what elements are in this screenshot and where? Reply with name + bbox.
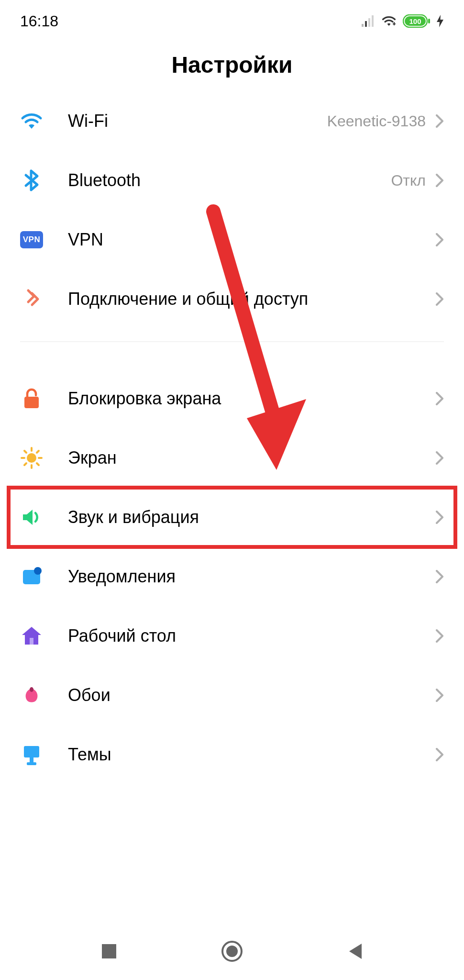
item-label: VPN bbox=[68, 230, 435, 250]
settings-item-vpn[interactable]: VPN VPN bbox=[0, 210, 464, 269]
chevron-right-icon bbox=[435, 629, 444, 643]
item-label: Блокировка экрана bbox=[68, 389, 435, 409]
settings-item-themes[interactable]: Темы bbox=[0, 725, 464, 784]
wifi-status-icon bbox=[381, 15, 397, 27]
svg-line-14 bbox=[24, 451, 26, 453]
item-label: Обои bbox=[68, 685, 435, 705]
triangle-back-icon bbox=[346, 942, 364, 961]
chevron-right-icon bbox=[435, 392, 444, 405]
status-time: 16:18 bbox=[20, 12, 58, 30]
svg-rect-24 bbox=[27, 762, 36, 765]
sun-icon bbox=[20, 446, 43, 469]
svg-point-9 bbox=[27, 453, 36, 463]
chevron-right-icon bbox=[435, 451, 444, 465]
lock-icon bbox=[20, 387, 43, 410]
settings-item-connection-share[interactable]: Подключение и общий доступ bbox=[0, 269, 464, 329]
status-bar: 16:18 100 bbox=[0, 0, 464, 38]
themes-icon bbox=[20, 743, 43, 766]
item-value: Keenetic-9138 bbox=[327, 112, 426, 130]
settings-item-bluetooth[interactable]: Bluetooth Откл bbox=[0, 151, 464, 210]
battery-icon: 100 bbox=[403, 14, 431, 28]
svg-rect-20 bbox=[30, 638, 33, 645]
chevron-right-icon bbox=[435, 114, 444, 128]
chevron-right-icon bbox=[435, 511, 444, 524]
square-icon bbox=[100, 943, 118, 960]
notifications-icon bbox=[20, 565, 43, 588]
home-icon bbox=[20, 624, 43, 647]
svg-rect-3 bbox=[372, 15, 374, 27]
wifi-icon bbox=[20, 110, 43, 133]
svg-rect-1 bbox=[365, 21, 367, 27]
chevron-right-icon bbox=[435, 748, 444, 761]
svg-rect-6 bbox=[428, 19, 430, 23]
circle-icon bbox=[221, 940, 243, 963]
signal-icon bbox=[362, 15, 375, 27]
settings-item-wallpaper[interactable]: Обои bbox=[0, 666, 464, 725]
svg-point-19 bbox=[34, 567, 42, 575]
item-label: Подключение и общий доступ bbox=[68, 289, 435, 309]
sound-icon bbox=[20, 506, 43, 529]
nav-recent-button[interactable] bbox=[90, 932, 128, 970]
svg-line-15 bbox=[37, 463, 39, 465]
svg-point-29 bbox=[226, 946, 238, 957]
chevron-right-icon bbox=[435, 233, 444, 246]
charging-icon bbox=[436, 14, 444, 28]
chevron-right-icon bbox=[435, 174, 444, 187]
bluetooth-icon bbox=[20, 169, 43, 192]
vpn-icon: VPN bbox=[20, 228, 43, 251]
page-title: Настройки bbox=[0, 52, 464, 78]
share-icon bbox=[20, 288, 43, 311]
svg-rect-8 bbox=[24, 397, 39, 408]
settings-item-lock-screen[interactable]: Блокировка экрана bbox=[0, 369, 464, 428]
settings-item-sound[interactable]: Звук и вибрация bbox=[0, 488, 464, 547]
svg-rect-2 bbox=[368, 18, 370, 27]
svg-rect-27 bbox=[102, 944, 116, 958]
chevron-right-icon bbox=[435, 689, 444, 702]
chevron-right-icon bbox=[435, 292, 444, 306]
svg-rect-0 bbox=[362, 24, 364, 27]
nav-home-button[interactable] bbox=[213, 932, 251, 970]
item-label: Рабочий стол bbox=[68, 626, 435, 646]
wallpaper-icon bbox=[20, 684, 43, 707]
item-label: Bluetooth bbox=[68, 170, 391, 190]
svg-text:100: 100 bbox=[409, 17, 421, 25]
svg-rect-22 bbox=[24, 746, 39, 757]
settings-list: Wi-Fi Keenetic-9138 Bluetooth Откл VPN V… bbox=[0, 91, 464, 784]
status-icons: 100 bbox=[362, 14, 444, 28]
svg-line-17 bbox=[37, 451, 39, 453]
chevron-right-icon bbox=[435, 570, 444, 583]
section-divider bbox=[20, 341, 444, 342]
item-label: Wi-Fi bbox=[68, 111, 327, 131]
settings-item-display[interactable]: Экран bbox=[0, 428, 464, 488]
item-label: Темы bbox=[68, 745, 435, 765]
svg-line-16 bbox=[24, 463, 26, 465]
settings-item-home-screen[interactable]: Рабочий стол bbox=[0, 606, 464, 666]
item-label: Звук и вибрация bbox=[68, 507, 435, 527]
settings-item-notifications[interactable]: Уведомления bbox=[0, 547, 464, 606]
svg-point-21 bbox=[30, 687, 33, 692]
navigation-bar bbox=[0, 923, 464, 980]
settings-item-wifi[interactable]: Wi-Fi Keenetic-9138 bbox=[0, 91, 464, 151]
item-label: Уведомления bbox=[68, 567, 435, 587]
item-value: Откл bbox=[391, 172, 426, 189]
item-label: Экран bbox=[68, 448, 435, 468]
nav-back-button[interactable] bbox=[336, 932, 374, 970]
